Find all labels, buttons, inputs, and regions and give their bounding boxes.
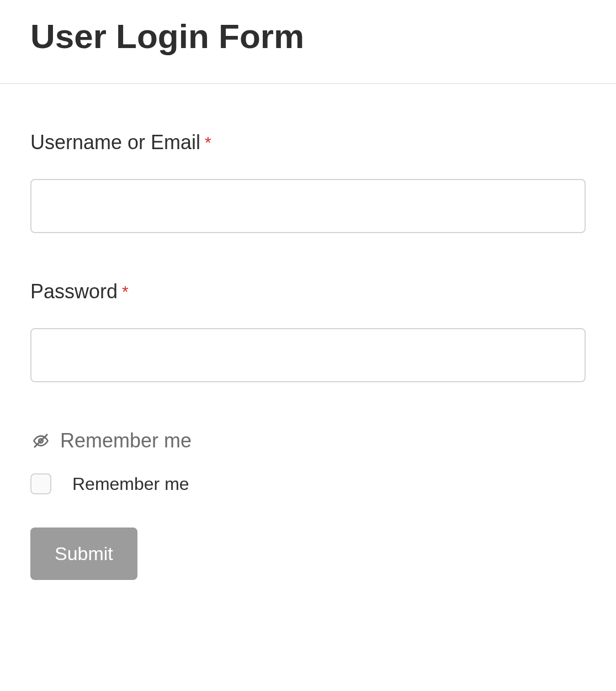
remember-section-title: Remember me <box>60 429 192 452</box>
required-mark: * <box>205 133 211 151</box>
password-field-group: Password* <box>30 280 586 382</box>
username-label: Username or Email <box>30 131 200 154</box>
remember-header: Remember me <box>30 429 586 452</box>
remember-checkbox[interactable] <box>30 473 51 494</box>
remember-checkbox-row: Remember me <box>30 473 586 494</box>
password-input[interactable] <box>30 328 586 382</box>
username-field-group: Username or Email* <box>30 131 586 233</box>
password-label: Password <box>30 280 118 303</box>
eye-slash-icon <box>30 430 51 451</box>
submit-button[interactable]: Submit <box>30 528 137 580</box>
required-mark: * <box>122 282 129 300</box>
divider <box>0 83 616 84</box>
remember-checkbox-label: Remember me <box>72 474 189 494</box>
remember-section: Remember me Remember me <box>30 429 586 494</box>
username-input[interactable] <box>30 179 586 233</box>
page-title: User Login Form <box>30 17 586 56</box>
